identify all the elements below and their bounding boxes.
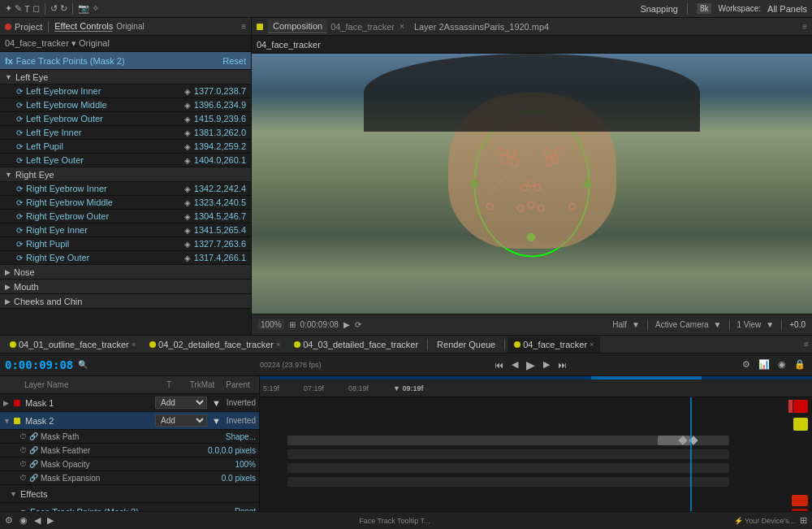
right-eyebrow-outer-item[interactable]: ⟳ Right Eyebrow Outer ◈ 1304.5,246.7 — [0, 210, 251, 223]
mask-expansion-row[interactable]: ⏱ 🔗 Mask Expansion 0.0 pixels — [0, 471, 259, 485]
pen-tool-icon[interactable]: ✎ — [15, 3, 22, 14]
quality-label[interactable]: Half — [612, 320, 627, 329]
undo-icon[interactable]: ↺ — [50, 3, 58, 14]
redo-icon[interactable]: ↻ — [60, 3, 67, 14]
shape-tool-icon[interactable]: ◻ — [32, 3, 40, 14]
left-eyebrow-inner-item[interactable]: ⟳ Left Eyebrow Inner ◈ 1377.0,238.7 — [0, 85, 251, 98]
stopwatch-icon-path[interactable]: ⏱ — [19, 432, 27, 440]
left-eye-outer-item[interactable]: ⟳ Left Eye Outer ◈ 1404.0,260.1 — [0, 154, 251, 167]
nose-group-header[interactable]: ▶ Nose — [0, 265, 251, 280]
mask-feather-value[interactable]: 0.0,0.0 pixels — [208, 446, 256, 455]
render-queue-tab[interactable]: Render Queue — [430, 336, 502, 353]
tl-menu-icon[interactable]: ≡ — [804, 340, 809, 349]
composition-viewer[interactable]: ©3ddownload.com — [252, 54, 812, 314]
light-icon[interactable]: ✧ — [92, 3, 99, 14]
tl-prev-frame-btn[interactable]: ◀ — [510, 358, 520, 371]
mask2-row[interactable]: ▼ Mask 2 Add Subtract ▼ Inverted — [0, 412, 259, 430]
tl-settings-btn[interactable]: ⚙ — [741, 358, 752, 371]
view-label[interactable]: Active Camera — [655, 320, 709, 329]
layer-tab-label[interactable]: Layer 2AssassinsParis_1920.mp4 — [414, 22, 549, 32]
reset-button[interactable]: Reset — [222, 56, 246, 66]
view-count-label[interactable]: 1 View — [737, 320, 762, 329]
play-icon[interactable]: ▶ — [343, 320, 350, 329]
left-eye-group-header[interactable]: ▼ Left Eye — [0, 70, 251, 85]
view-dropdown[interactable]: ▼ — [714, 320, 722, 329]
mask2-expand[interactable]: ▼ — [3, 417, 11, 425]
mouth-group-header[interactable]: ▶ Mouth — [0, 280, 251, 294]
tl-bottom-icon-1[interactable]: ⚙ — [3, 514, 15, 527]
right-eye-inner-item[interactable]: ⟳ Right Eye Inner ◈ 1341.5,265.4 — [0, 223, 251, 237]
camera-icon[interactable]: 📷 — [78, 3, 89, 14]
mask2-mode-select[interactable]: Add Subtract — [155, 414, 207, 427]
tl-bottom-icon-2[interactable]: ◉ — [18, 514, 29, 527]
zoom-control[interactable]: 100% — [258, 319, 284, 330]
toolbar-sep-3 — [687, 3, 688, 15]
panel-close-btn[interactable] — [5, 24, 11, 30]
effect-controls-tab[interactable]: Effect Controls — [54, 21, 113, 32]
search-icon[interactable]: 🔍 — [78, 360, 88, 369]
tl-bottom-icon-4[interactable]: ▶ — [45, 514, 55, 527]
tl-scroll-bar[interactable] — [260, 376, 812, 379]
tl-bottom-icon-3[interactable]: ◀ — [32, 514, 42, 527]
stopwatch-icon-expansion[interactable]: ⏱ — [19, 474, 27, 482]
playhead[interactable] — [690, 397, 692, 511]
tl-solo-btn[interactable]: ◉ — [776, 358, 788, 371]
left-eyebrow-middle-item[interactable]: ⟳ Left Eyebrow Middle ◈ 1396.6,234.9 — [0, 98, 251, 112]
tl-tab-5-close[interactable]: × — [590, 340, 594, 349]
comp-tab-name: 04_face_tracker — [330, 22, 395, 32]
composition-tab[interactable]: Composition — [268, 20, 327, 33]
stopwatch-icon-feather[interactable]: ⏱ — [19, 446, 27, 454]
face-track-row[interactable]: ▼ Face Track Points (Mask 2) Reset — [0, 503, 259, 511]
quality-dropdown[interactable]: ▼ — [632, 320, 640, 329]
mask1-mode-select[interactable]: Add Subtract — [155, 397, 207, 409]
mask-path-row[interactable]: ⏱ 🔗 Mask Path Shape... — [0, 430, 259, 444]
tl-tab-1-close[interactable]: × — [132, 340, 136, 349]
mask2-mode-dropdown[interactable]: ▼ — [212, 416, 221, 426]
tl-first-frame-btn[interactable]: ⏮ — [493, 359, 505, 371]
effects-expand[interactable]: ▼ — [10, 490, 18, 498]
right-eyebrow-inner-item[interactable]: ⟳ Right Eyebrow Inner ◈ 1342.2,242.4 — [0, 182, 251, 196]
tl-graph-btn[interactable]: 📊 — [757, 358, 771, 371]
effects-row[interactable]: ▼ Effects — [0, 485, 259, 503]
left-eyebrow-outer-item[interactable]: ⟳ Left Eyebrow Outer ◈ 1415.9,239.6 — [0, 112, 251, 126]
left-eye-inner-item[interactable]: ⟳ Left Eye Inner ◈ 1381.3,262.0 — [0, 126, 251, 140]
select-tool-icon[interactable]: ✦ — [5, 3, 12, 14]
mask1-expand[interactable]: ▶ — [3, 399, 11, 407]
right-eye-outer-item[interactable]: ⟳ Right Eye Outer ◈ 1317.4,266.1 — [0, 251, 251, 265]
comp-close-btn[interactable]: × — [400, 22, 404, 31]
mask-feather-row[interactable]: ⏱ 🔗 Mask Feather 0.0,0.0 pixels — [0, 444, 259, 457]
tl-play-btn[interactable]: ▶ — [525, 358, 537, 372]
loop-icon[interactable]: ⟳ — [355, 320, 361, 329]
left-pupil-item[interactable]: ⟳ Left Pupil ◈ 1394.2,259.2 — [0, 140, 251, 154]
cheeks-group-header[interactable]: ▶ Cheeks and Chin — [0, 294, 251, 309]
fit-icon[interactable]: ⊞ — [289, 320, 296, 329]
mask-path-value[interactable]: Shape... — [226, 432, 256, 441]
tl-next-frame-btn[interactable]: ▶ — [542, 358, 551, 371]
view-count-dropdown[interactable]: ▼ — [766, 320, 774, 329]
tl-bottom-end-icon[interactable]: ⊞ — [798, 514, 809, 527]
tl-last-frame-btn[interactable]: ⏭ — [556, 359, 568, 371]
tl-tab-2[interactable]: 04_02_detailed_face_tracker × — [143, 336, 287, 353]
mask1-row[interactable]: ▶ Mask 1 Add Subtract ▼ Inverted — [0, 394, 259, 412]
tl-tab-1[interactable]: 04_01_outline_face_tracker × — [3, 336, 142, 353]
mask-expansion-value[interactable]: 0.0 pixels — [222, 474, 256, 483]
project-tab[interactable]: Project — [15, 22, 42, 32]
type-tool-icon[interactable]: T — [24, 4, 30, 14]
right-eyebrow-middle-item[interactable]: ⟳ Right Eyebrow Middle ◈ 1323.4,240.5 — [0, 196, 251, 210]
link-icon-opacity: 🔗 — [29, 460, 38, 468]
tl-scroll-thumb[interactable] — [591, 376, 702, 379]
mask1-mode-dropdown[interactable]: ▼ — [212, 398, 221, 408]
tl-lock-btn[interactable]: 🔒 — [793, 358, 807, 371]
right-eye-group-header[interactable]: ▼ Right Eye — [0, 167, 251, 182]
mask-opacity-value[interactable]: 100% — [235, 460, 256, 469]
drag-handle-area[interactable] — [658, 436, 690, 445]
mask-opacity-row[interactable]: ⏱ 🔗 Mask Opacity 100% — [0, 457, 259, 471]
stopwatch-icon-opacity[interactable]: ⏱ — [19, 460, 27, 468]
right-pupil-item[interactable]: ⟳ Right Pupil ◈ 1327.7,263.6 — [0, 237, 251, 251]
tl-tab-5[interactable]: 04_face_tracker × — [508, 336, 600, 353]
tl-time-display[interactable]: 0:00:09:08 — [5, 358, 73, 371]
comp-menu-icon[interactable]: ≡ — [802, 22, 807, 31]
tl-tab-3[interactable]: 04_03_detailed_face_tracker — [287, 336, 425, 353]
tl-tab-2-close[interactable]: × — [276, 340, 280, 349]
panel-menu-icon[interactable]: ≡ — [241, 22, 246, 31]
